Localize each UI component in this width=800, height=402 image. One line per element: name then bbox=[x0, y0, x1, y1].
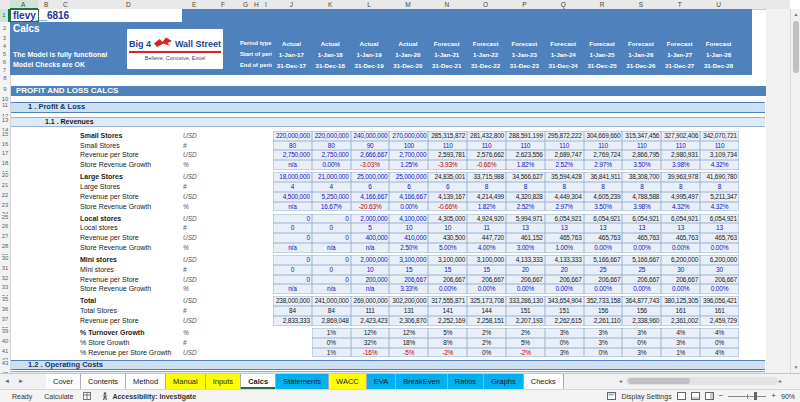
value-cell[interactable]: 0 bbox=[273, 223, 312, 233]
section-heading-cell[interactable]: 1.2 . Operating Costs bbox=[11, 360, 765, 370]
value-cell[interactable]: 2,593,781 bbox=[428, 150, 467, 160]
value-cell[interactable]: 2.97% bbox=[584, 160, 623, 170]
totals-cell[interactable] bbox=[207, 255, 241, 265]
value-cell[interactable]: 325,173,708 bbox=[467, 296, 506, 306]
period-label-cell[interactable] bbox=[241, 223, 273, 233]
column-letter[interactable]: D bbox=[126, 0, 131, 9]
period-start-cell[interactable]: 1-Jan-26 bbox=[621, 49, 660, 60]
period-label-cell[interactable] bbox=[241, 328, 273, 338]
value-cell[interactable]: n/a bbox=[273, 243, 312, 253]
value-cell[interactable]: 0.00% bbox=[700, 284, 739, 294]
value-cell[interactable]: 141 bbox=[428, 306, 467, 316]
page-layout-view-icon[interactable] bbox=[691, 392, 700, 400]
value-cell[interactable]: n/a bbox=[351, 284, 390, 294]
value-cell[interactable]: 4,605,239 bbox=[584, 192, 623, 202]
value-cell[interactable]: 333,286,130 bbox=[506, 296, 545, 306]
unit-cell[interactable]: # bbox=[183, 306, 207, 316]
column-letter[interactable]: H bbox=[254, 0, 259, 9]
value-cell[interactable]: n/a bbox=[351, 243, 390, 253]
value-cell[interactable]: 3.50% bbox=[622, 160, 661, 170]
period-label-cell[interactable] bbox=[241, 275, 273, 285]
value-cell[interactable]: 4,100,000 bbox=[389, 214, 428, 224]
value-cell[interactable]: 30 bbox=[661, 265, 700, 275]
tab-scroll-left-icon[interactable]: ◄ bbox=[0, 374, 14, 389]
value-cell[interactable]: 80 bbox=[312, 141, 351, 151]
value-cell[interactable]: 131 bbox=[389, 306, 428, 316]
period-label-cell[interactable] bbox=[241, 338, 273, 348]
value-cell[interactable]: 1% bbox=[312, 328, 351, 338]
period-label-cell[interactable] bbox=[241, 265, 273, 275]
totals-cell[interactable] bbox=[207, 182, 241, 192]
row-label-cell[interactable]: Revenue per Store bbox=[11, 192, 183, 202]
row-number[interactable]: 25 bbox=[0, 214, 11, 224]
period-type-cell[interactable]: Actual bbox=[272, 38, 311, 49]
value-cell[interactable]: 1.25% bbox=[389, 160, 428, 170]
row-number[interactable]: 8 bbox=[0, 75, 11, 86]
value-cell[interactable]: 206,667 bbox=[467, 275, 506, 285]
row-number[interactable]: 18 bbox=[0, 160, 11, 170]
row-number[interactable]: 31 bbox=[0, 265, 11, 275]
sheet-tab[interactable]: Method bbox=[126, 374, 166, 389]
value-cell[interactable]: 13 bbox=[506, 223, 545, 233]
value-cell[interactable]: 3,100,000 bbox=[389, 255, 428, 265]
row-label-cell[interactable]: Local stores bbox=[11, 223, 183, 233]
value-cell[interactable]: 2,423,423 bbox=[351, 316, 390, 326]
value-cell[interactable]: 380,125,305 bbox=[661, 296, 700, 306]
value-cell[interactable]: 151 bbox=[506, 306, 545, 316]
totals-cell[interactable] bbox=[207, 202, 241, 212]
calculate-button[interactable]: Calculate bbox=[44, 393, 73, 400]
value-cell[interactable]: n/a bbox=[312, 243, 351, 253]
row-label-cell[interactable]: Large Stores bbox=[11, 172, 183, 182]
value-cell[interactable]: 0.00% bbox=[312, 160, 351, 170]
value-cell[interactable]: 4,133,333 bbox=[545, 255, 584, 265]
period-start-cell[interactable]: 1-Jan-20 bbox=[388, 49, 427, 60]
value-cell[interactable]: -0.66% bbox=[467, 160, 506, 170]
value-cell[interactable]: 4 bbox=[273, 182, 312, 192]
sheet-tab[interactable]: EVA bbox=[367, 374, 396, 389]
value-cell[interactable]: 0 bbox=[273, 275, 312, 285]
value-cell[interactable]: 2,576,662 bbox=[467, 150, 506, 160]
period-end-cell[interactable]: 31-Dec-23 bbox=[505, 60, 544, 71]
value-cell[interactable]: 295,872,222 bbox=[545, 131, 584, 141]
value-cell[interactable]: 3% bbox=[622, 328, 661, 338]
value-cell[interactable]: 100 bbox=[389, 141, 428, 151]
value-cell[interactable]: 6,054,921 bbox=[700, 214, 739, 224]
value-cell[interactable]: 84 bbox=[273, 306, 312, 316]
sheet-tab[interactable]: Checks bbox=[524, 374, 564, 389]
value-cell[interactable]: 2,866,795 bbox=[622, 150, 661, 160]
totals-cell[interactable] bbox=[207, 223, 241, 233]
unit-cell[interactable]: USD bbox=[183, 131, 207, 141]
value-cell[interactable]: 3% bbox=[622, 348, 661, 358]
value-cell[interactable]: 0.00% bbox=[622, 284, 661, 294]
value-cell[interactable]: 12% bbox=[389, 328, 428, 338]
value-cell[interactable]: 2,261,110 bbox=[584, 316, 623, 326]
row-label-cell[interactable]: Total bbox=[11, 296, 183, 306]
value-cell[interactable]: 4,305,000 bbox=[428, 214, 467, 224]
value-cell[interactable]: 12% bbox=[351, 328, 390, 338]
row-number[interactable]: 22 bbox=[0, 192, 11, 202]
value-cell[interactable]: 3% bbox=[584, 328, 623, 338]
totals-cell[interactable] bbox=[207, 150, 241, 160]
row-number[interactable]: 35 bbox=[0, 296, 11, 306]
sheet-tab[interactable]: Ratios bbox=[448, 374, 484, 389]
value-cell[interactable]: 5,994,971 bbox=[506, 214, 545, 224]
value-cell[interactable]: 3% bbox=[584, 338, 623, 348]
value-cell[interactable]: 34,566,627 bbox=[506, 172, 545, 182]
row-label-cell[interactable]: % Revenue per Store Growth bbox=[11, 348, 183, 358]
period-start-cell[interactable]: 1-Jan-24 bbox=[544, 49, 583, 60]
period-label-cell[interactable] bbox=[241, 284, 273, 294]
row-number[interactable]: 41 bbox=[0, 348, 11, 358]
value-cell[interactable]: 41,690,780 bbox=[700, 172, 739, 182]
empty-cell[interactable] bbox=[273, 328, 312, 338]
value-cell[interactable]: 0 bbox=[312, 265, 351, 275]
tab-scroll-right-icon[interactable]: ► bbox=[14, 374, 28, 389]
value-cell[interactable]: 0.00% bbox=[506, 284, 545, 294]
row-number[interactable]: 4 bbox=[0, 42, 9, 50]
value-cell[interactable]: 6 bbox=[351, 182, 390, 192]
period-label-cell[interactable] bbox=[241, 192, 273, 202]
value-cell[interactable]: 4.32% bbox=[700, 160, 739, 170]
value-cell[interactable]: 0 bbox=[273, 214, 312, 224]
value-cell[interactable]: 206,667 bbox=[428, 275, 467, 285]
value-cell[interactable]: 0.00% bbox=[389, 202, 428, 212]
value-cell[interactable]: 156 bbox=[622, 306, 661, 316]
